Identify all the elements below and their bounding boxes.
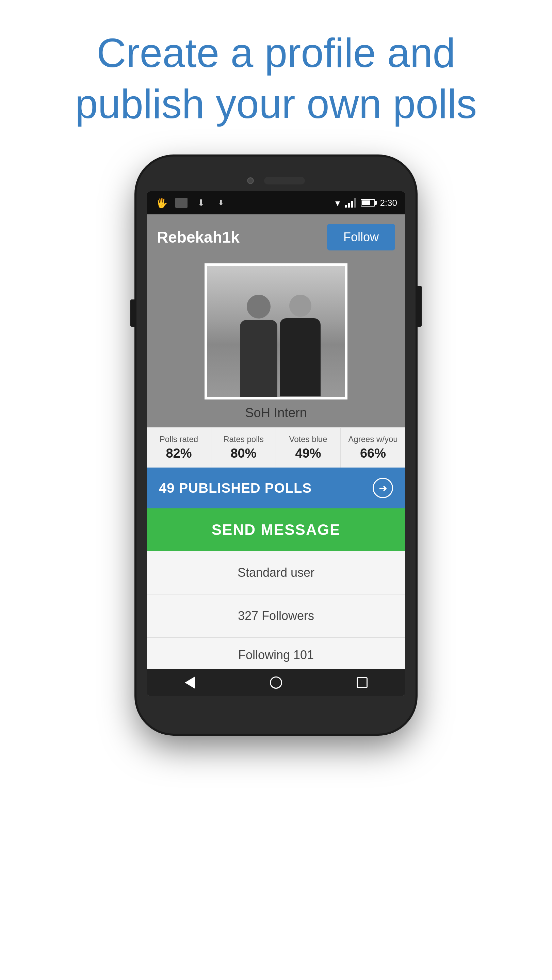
stat-rates-polls-label: Rates polls (215, 434, 272, 444)
stat-rates-polls-value: 80% (215, 446, 272, 461)
image-notification-icon (175, 196, 188, 210)
back-icon (185, 676, 195, 689)
send-message-button[interactable]: SEND MESSAGE (147, 508, 405, 551)
back-nav-button[interactable] (181, 674, 199, 691)
published-polls-button[interactable]: 49 PUBLISHED POLLS ➜ (147, 468, 405, 508)
phone-speaker (264, 177, 305, 185)
person-right (276, 295, 324, 397)
phone-camera (247, 177, 254, 184)
person-right-body (280, 318, 321, 396)
status-time: 2:30 (380, 198, 397, 208)
polls-arrow-icon: ➜ (373, 478, 393, 498)
phone-device: 🖐️ ⬇ ⬇ ▾ (137, 156, 415, 733)
stat-votes-blue: Votes blue 49% (276, 428, 340, 468)
stat-votes-blue-value: 49% (279, 446, 337, 461)
person-left-head (247, 295, 270, 318)
followers-item: 327 Followers (147, 595, 405, 638)
stat-agrees: Agrees w/you 66% (340, 428, 405, 468)
info-section: Standard user 327 Followers Following 10… (147, 551, 405, 669)
stat-polls-rated-label: Polls rated (150, 434, 208, 444)
username: Rebekah1k (157, 228, 240, 247)
following-item: Following 101 (147, 638, 405, 669)
home-icon (270, 676, 282, 689)
status-bar-right: ▾ 2:30 (335, 197, 397, 208)
battery-fill (362, 200, 370, 205)
profile-photo (207, 266, 345, 397)
person-left (235, 295, 282, 397)
home-nav-button[interactable] (267, 674, 285, 691)
download2-icon: ⬇ (214, 196, 227, 210)
stat-polls-rated-value: 82% (150, 446, 208, 461)
stat-rates-polls: Rates polls 80% (212, 428, 276, 468)
stat-agrees-label: Agrees w/you (344, 434, 402, 444)
phone-bottom-nav (147, 669, 405, 696)
stat-votes-blue-label: Votes blue (279, 434, 337, 444)
stats-row: Polls rated 82% Rates polls 80% Votes bl… (147, 427, 405, 468)
signal-icon (345, 198, 356, 208)
recent-icon (357, 677, 367, 688)
status-bar: 🖐️ ⬇ ⬇ ▾ (147, 191, 405, 215)
phone-screen: 🖐️ ⬇ ⬇ ▾ (147, 191, 405, 696)
app-notification-icon: 🖐️ (155, 196, 169, 210)
stat-polls-rated: Polls rated 82% (147, 428, 212, 468)
phone-shell: 🖐️ ⬇ ⬇ ▾ (137, 156, 415, 733)
person-right-head (289, 295, 312, 317)
status-bar-left: 🖐️ ⬇ ⬇ (155, 196, 227, 210)
recent-nav-button[interactable] (353, 674, 371, 691)
published-polls-label: 49 PUBLISHED POLLS (159, 480, 312, 496)
phone-top-bar (147, 177, 405, 185)
stat-agrees-value: 66% (344, 446, 402, 461)
page-header: Create a profile and publish your own po… (0, 0, 552, 150)
profile-photo-area: SoH Intern (147, 260, 405, 427)
wifi-icon: ▾ (335, 197, 340, 208)
profile-bio: SoH Intern (245, 406, 307, 420)
battery-icon (361, 199, 375, 207)
profile-photo-frame (205, 263, 347, 399)
person-left-body (240, 320, 277, 398)
user-type-item: Standard user (147, 551, 405, 595)
phone-bottom-spacer (147, 696, 405, 706)
download-icon: ⬇ (194, 196, 208, 210)
app-header: Rebekah1k Follow (147, 215, 405, 260)
follow-button[interactable]: Follow (327, 224, 395, 250)
